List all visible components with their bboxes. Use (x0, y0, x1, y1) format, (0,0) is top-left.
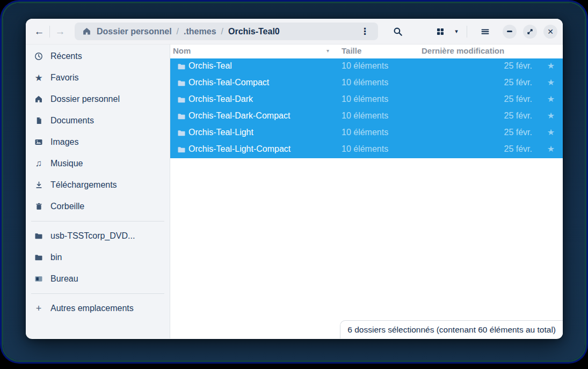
status-bar: 6 dossiers sélectionnés (contenant 60 él… (340, 320, 563, 338)
file-manager-window: ← → Dossier personnel / .themes / Orchis… (26, 19, 563, 339)
image-icon (34, 137, 43, 147)
breadcrumb-separator: / (177, 27, 179, 36)
sidebar-divider (31, 221, 164, 222)
breadcrumb-segment-themes[interactable]: .themes (184, 27, 216, 36)
sidebar-item-label: Favoris (50, 73, 78, 83)
column-headers: Nom ▾ Taille Dernière modification (170, 45, 563, 58)
file-size: 10 éléments (342, 61, 388, 71)
file-name: Orchis-Teal-Light-Compact (188, 144, 291, 154)
sidebar-item-label: Téléchargements (50, 180, 117, 190)
home-icon (34, 94, 43, 104)
file-date: 25 févr. (504, 78, 532, 87)
sidebar-item-autres-emplacements[interactable]: + Autres emplacements (26, 298, 170, 319)
sidebar-item-label: Corbeille (50, 202, 84, 211)
sidebar-item-favoris[interactable]: ★ Favoris (26, 67, 170, 88)
search-icon (393, 27, 403, 36)
table-row[interactable]: Orchis-Teal-Compact 10 éléments 25 févr.… (170, 75, 563, 92)
folder-icon (177, 129, 186, 137)
folder-icon (177, 79, 186, 87)
view-options-dropdown[interactable]: ▾ (451, 23, 462, 40)
music-icon: ♫ (34, 159, 43, 168)
file-name: Orchis-Teal-Dark-Compact (188, 111, 290, 121)
breadcrumb-segment-current[interactable]: Orchis-Teal0 (228, 27, 280, 36)
forward-button[interactable]: → (53, 24, 67, 40)
column-header-modification[interactable]: Dernière modification (422, 46, 504, 55)
star-icon[interactable]: ★ (547, 127, 555, 137)
file-list-pane: Nom ▾ Taille Dernière modification Orchi… (170, 45, 563, 338)
forward-arrow-icon: → (55, 26, 66, 38)
sidebar-item-telechargements[interactable]: Téléchargements (26, 174, 170, 196)
minimize-button[interactable] (503, 25, 517, 39)
column-header-nom[interactable]: Nom (173, 46, 191, 55)
table-row[interactable]: Orchis-Teal-Light-Compact 10 éléments 25… (170, 142, 563, 158)
star-icon[interactable]: ★ (547, 77, 555, 87)
folder-icon (177, 112, 186, 121)
close-button[interactable]: ✕ (543, 25, 557, 39)
sidebar-item-bureau[interactable]: Bureau (26, 268, 170, 290)
table-row[interactable]: Orchis-Teal-Light 10 éléments 25 févr. ★ (170, 125, 563, 142)
window-body: Récents ★ Favoris Dossier personnel (26, 45, 563, 338)
breadcrumb: Dossier personnel / .themes / Orchis-Tea… (75, 23, 378, 40)
selection-status-text: 6 dossiers sélectionnés (contenant 60 él… (347, 325, 556, 335)
file-date: 25 févr. (504, 111, 532, 121)
back-button[interactable]: ← (32, 24, 46, 40)
star-icon[interactable]: ★ (547, 144, 555, 154)
star-icon[interactable]: ★ (547, 61, 555, 71)
table-row[interactable]: Orchis-Teal-Dark 10 éléments 25 févr. ★ (170, 92, 563, 108)
file-date: 25 févr. (504, 61, 532, 71)
column-header-taille[interactable]: Taille (342, 46, 361, 55)
breadcrumb-separator: / (221, 27, 223, 36)
sidebar-item-bin[interactable]: bin (26, 247, 170, 268)
sidebar-item-images[interactable]: Images (26, 131, 170, 153)
sidebar-item-recents[interactable]: Récents (26, 46, 170, 67)
sidebar-item-label: Récents (50, 51, 82, 61)
view-grid-button[interactable] (432, 23, 448, 40)
sidebar-item-dossier-personnel[interactable]: Dossier personnel (26, 88, 170, 110)
file-size: 10 éléments (342, 144, 388, 154)
sidebar: Récents ★ Favoris Dossier personnel (26, 45, 170, 338)
star-icon[interactable]: ★ (547, 110, 555, 121)
sidebar-item-documents[interactable]: Documents (26, 110, 170, 131)
sidebar-item-label: Images (50, 137, 78, 147)
close-icon: ✕ (547, 28, 554, 35)
chevron-down-icon: ▾ (455, 28, 458, 35)
expand-icon (526, 28, 534, 35)
file-name: Orchis-Teal-Light (188, 128, 253, 137)
main-menu-button[interactable] (477, 23, 493, 40)
file-name: Orchis-Teal (188, 61, 232, 71)
table-row[interactable]: Orchis-Teal-Dark-Compact 10 éléments 25 … (170, 108, 563, 125)
divider (49, 26, 50, 38)
path-menu-button[interactable]: ⋮ (358, 26, 372, 37)
download-icon (34, 180, 43, 190)
sidebar-item-label: usb-TSSTcorp_DVD... (50, 231, 135, 241)
sidebar-item-label: bin (50, 253, 62, 262)
folder-icon (34, 231, 43, 241)
folder-icon (34, 253, 43, 262)
file-rows: Orchis-Teal 10 éléments 25 févr. ★ Orchi… (170, 58, 563, 158)
desktop-icon (34, 274, 43, 284)
star-icon[interactable]: ★ (547, 94, 555, 104)
table-row[interactable]: Orchis-Teal 10 éléments 25 févr. ★ (170, 58, 563, 75)
headerbar: ← → Dossier personnel / .themes / Orchis… (26, 19, 563, 45)
star-icon: ★ (34, 73, 43, 83)
folder-icon (177, 62, 186, 71)
maximize-button[interactable] (523, 25, 537, 39)
breadcrumb-segment-home[interactable]: Dossier personnel (97, 27, 172, 36)
file-size: 10 éléments (342, 94, 388, 104)
sidebar-item-usb-drive[interactable]: usb-TSSTcorp_DVD... (26, 225, 170, 247)
screenshot-stage: ← → Dossier personnel / .themes / Orchis… (0, 0, 588, 369)
file-date: 25 févr. (504, 128, 532, 137)
search-button[interactable] (389, 23, 407, 40)
grid-view-icon (436, 27, 445, 36)
plus-icon: + (34, 304, 43, 313)
folder-icon (177, 95, 186, 104)
divider (467, 26, 467, 38)
sidebar-item-label: Musique (50, 159, 83, 168)
trash-icon (34, 202, 43, 211)
sidebar-item-musique[interactable]: ♫ Musique (26, 153, 170, 174)
file-date: 25 févr. (504, 94, 532, 104)
hamburger-icon (481, 27, 490, 36)
kebab-icon: ⋮ (360, 26, 369, 36)
sidebar-item-corbeille[interactable]: Corbeille (26, 196, 170, 217)
clock-icon (34, 51, 43, 61)
